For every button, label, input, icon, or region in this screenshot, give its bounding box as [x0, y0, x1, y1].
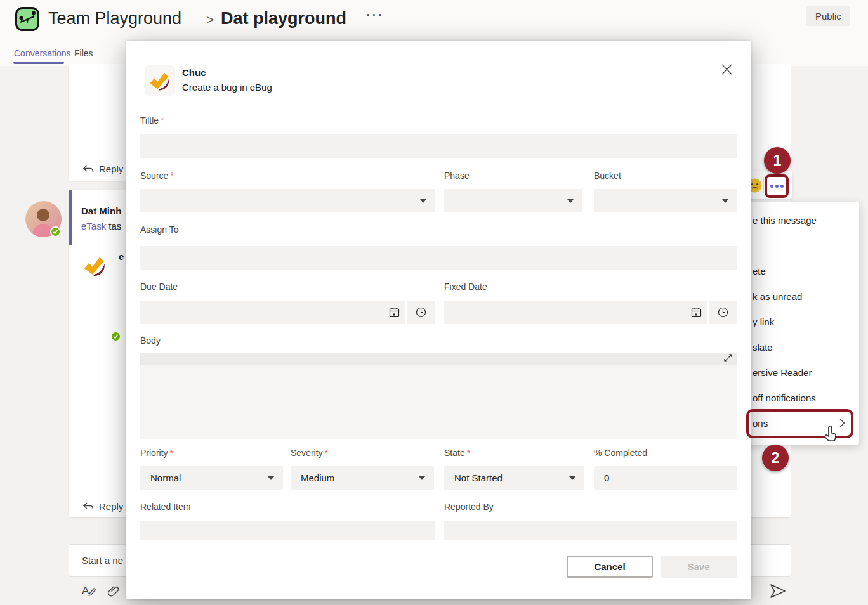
clock-icon[interactable] — [416, 307, 426, 318]
required-marker: * — [161, 115, 164, 126]
chuc-app-icon — [145, 65, 175, 96]
format-icon[interactable]: A — [81, 583, 98, 599]
priority-dropdown[interactable]: Normal — [140, 466, 283, 490]
calendar-icon[interactable] — [691, 307, 702, 318]
title-label: Tiltle* — [140, 115, 164, 126]
calendar-icon[interactable] — [389, 307, 400, 318]
close-icon[interactable] — [718, 60, 735, 78]
reply-button[interactable]: Reply — [82, 164, 123, 174]
source-label: Source* — [140, 171, 174, 181]
dropdown-caret-icon — [268, 476, 274, 480]
menu-item-translate[interactable]: slate — [736, 334, 859, 360]
unread-marker-bar — [69, 190, 72, 245]
tab-conversations[interactable]: Conversations — [14, 48, 71, 58]
annotation-step-2: 2 — [762, 445, 789, 471]
save-button[interactable]: Save — [661, 556, 737, 578]
related-item-label: Related Item — [140, 502, 190, 512]
channel-more-options-icon[interactable]: ··· — [365, 5, 383, 23]
attach-icon[interactable] — [107, 584, 121, 598]
body-label: Body — [140, 335, 161, 346]
required-marker: * — [170, 448, 173, 458]
source-dropdown[interactable] — [140, 189, 435, 212]
priority-label: Priority* — [140, 448, 173, 458]
menu-item-mark-as-unread[interactable]: k as unread — [736, 283, 859, 309]
dialog-title: Create a bug in eBug — [182, 82, 272, 93]
toolbar-divider — [763, 177, 764, 193]
dropdown-caret-icon — [420, 199, 426, 203]
reported-by-label: Reported By — [444, 502, 494, 512]
related-item-input[interactable] — [140, 521, 435, 540]
clock-icon[interactable] — [718, 307, 728, 318]
state-dropdown[interactable]: Not Started — [444, 466, 584, 490]
reply-arrow-icon — [82, 502, 94, 511]
menu-item-save-message[interactable]: e this message — [736, 207, 859, 233]
etask-status-badge — [110, 331, 121, 342]
bucket-dropdown[interactable] — [594, 189, 737, 212]
etask-link[interactable]: eTask — [81, 221, 106, 231]
annotation-step-1: 1 — [764, 147, 791, 174]
date-field-divider — [707, 301, 709, 324]
cancel-button[interactable]: Cancel — [567, 556, 653, 578]
required-marker: * — [467, 448, 470, 458]
body-textarea[interactable] — [140, 365, 737, 439]
message-author: Dat Minh — [81, 205, 121, 216]
breadcrumb-team-name[interactable]: Team Playground — [48, 9, 181, 29]
required-marker: * — [325, 448, 328, 458]
svg-text:A: A — [82, 585, 89, 597]
compose-placeholder-text: Start a ne — [82, 555, 123, 566]
reply-button[interactable]: Reply — [82, 501, 123, 512]
phase-label: Phase — [444, 171, 470, 181]
menu-item-delete[interactable]: ete — [736, 258, 859, 283]
assign-to-label: Assign To — [140, 224, 178, 235]
dropdown-caret-icon — [722, 199, 728, 203]
dropdown-caret-icon — [419, 476, 425, 480]
assign-to-input[interactable] — [140, 246, 737, 270]
etask-card-logo — [81, 251, 109, 280]
state-label: State* — [444, 448, 470, 458]
phase-dropdown[interactable] — [444, 189, 582, 212]
date-field-divider — [405, 301, 407, 324]
more-options-button[interactable] — [765, 174, 789, 198]
due-date-input[interactable] — [140, 301, 435, 324]
active-tab-underline — [13, 62, 64, 64]
send-icon[interactable] — [769, 583, 787, 599]
severity-label: Severity* — [291, 448, 328, 458]
tab-files[interactable]: Files — [74, 48, 93, 58]
public-badge: Public — [806, 6, 850, 26]
menu-item-copy-link[interactable]: y link — [736, 309, 859, 334]
severity-dropdown[interactable]: Medium — [291, 466, 434, 490]
etask-card-title-fragment: e — [119, 251, 124, 262]
breadcrumb-separator: > — [206, 12, 214, 27]
expand-icon[interactable] — [724, 354, 732, 362]
create-bug-dialog: Chuc Create a bug in eBug Tiltle* Source… — [126, 41, 751, 599]
hand-cursor-icon — [823, 425, 839, 444]
bucket-label: Bucket — [594, 171, 621, 181]
menu-item-immersive-reader[interactable]: ersive Reader — [736, 360, 859, 385]
fixed-date-label: Fixed Date — [444, 282, 487, 292]
more-options-icon — [770, 185, 773, 188]
reply-arrow-icon — [82, 165, 94, 174]
menu-item-turn-off-notifications[interactable]: off notifications — [736, 385, 859, 410]
title-input[interactable] — [140, 134, 737, 158]
breadcrumb-channel-name[interactable]: Dat playground — [221, 9, 346, 29]
percent-completed-label: % Completed — [594, 448, 647, 458]
required-marker: * — [170, 171, 173, 181]
reported-by-input[interactable] — [444, 521, 737, 540]
body-editor-toolbar — [140, 353, 737, 365]
percent-completed-input[interactable]: 0 — [594, 466, 737, 490]
due-date-label: Due Date — [140, 282, 178, 292]
dropdown-caret-icon — [567, 199, 574, 203]
menu-item-hidden[interactable] — [736, 233, 859, 258]
dropdown-caret-icon — [569, 476, 575, 480]
message-preview: eTask tas — [81, 221, 121, 231]
fixed-date-input[interactable] — [444, 301, 737, 324]
dialog-app-name: Chuc — [182, 67, 206, 78]
team-avatar-icon[interactable] — [15, 7, 39, 31]
presence-available-badge — [50, 226, 61, 237]
message-context-menu: e this message ete k as unread y link sl… — [736, 202, 859, 445]
